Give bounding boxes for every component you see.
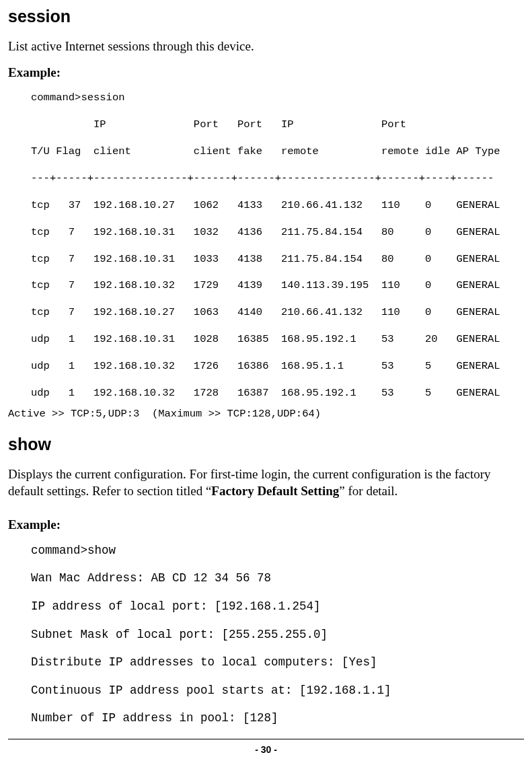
session-header-1: IP Port Port IP Port xyxy=(31,118,524,132)
table-row: tcp 7 192.168.10.31 1032 4136 211.75.84.… xyxy=(31,225,524,240)
footer-rule xyxy=(8,739,524,739)
show-line: Number of IP address in pool: [128] xyxy=(31,711,524,727)
show-prompt: command>show xyxy=(31,543,524,559)
table-row: udp 1 192.168.10.31 1028 16385 168.95.19… xyxy=(31,332,524,347)
show-description: Displays the current configuration. For … xyxy=(8,466,524,500)
table-row: tcp 7 192.168.10.32 1729 4139 140.113.39… xyxy=(31,279,524,293)
table-row: udp 1 192.168.10.32 1728 16387 168.95.19… xyxy=(31,386,524,400)
show-line: Wan Mac Address: AB CD 12 34 56 78 xyxy=(31,571,524,587)
show-line: Distribute IP addresses to local compute… xyxy=(31,655,524,671)
session-description: List active Internet sessions through th… xyxy=(8,38,524,55)
show-line: Subnet Mask of local port: [255.255.255.… xyxy=(31,627,524,643)
session-output-block: command>session IP Port Port IP Port T/U… xyxy=(8,91,524,400)
session-active-summary: Active >> TCP:5,UDP:3 (Maximum >> TCP:12… xyxy=(8,407,524,421)
example-label-show: Example: xyxy=(8,516,524,534)
example-label-session: Example: xyxy=(8,64,524,81)
session-divider: ---+-----+---------------+------+------+… xyxy=(31,172,524,186)
show-line: Continuous IP address pool starts at: [1… xyxy=(31,683,524,699)
table-row: udp 1 192.168.10.32 1726 16386 168.95.1.… xyxy=(31,359,524,373)
show-desc-after: ” for detail. xyxy=(339,484,397,498)
show-desc-bold: Factory Default Setting xyxy=(211,484,339,498)
page-number: - 30 - xyxy=(8,743,524,756)
heading-show: show xyxy=(8,433,524,456)
table-row: tcp 37 192.168.10.27 1062 4133 210.66.41… xyxy=(31,198,524,213)
show-output-block: command>show Wan Mac Address: AB CD 12 3… xyxy=(8,543,524,727)
session-header-2: T/U Flag client client fake remote remot… xyxy=(31,145,524,159)
table-row: tcp 7 192.168.10.27 1063 4140 210.66.41.… xyxy=(31,305,524,320)
table-row: tcp 7 192.168.10.31 1033 4138 211.75.84.… xyxy=(31,252,524,266)
heading-session: session xyxy=(8,5,524,28)
session-prompt: command>session xyxy=(31,91,524,105)
show-line: IP address of local port: [192.168.1.254… xyxy=(31,599,524,615)
